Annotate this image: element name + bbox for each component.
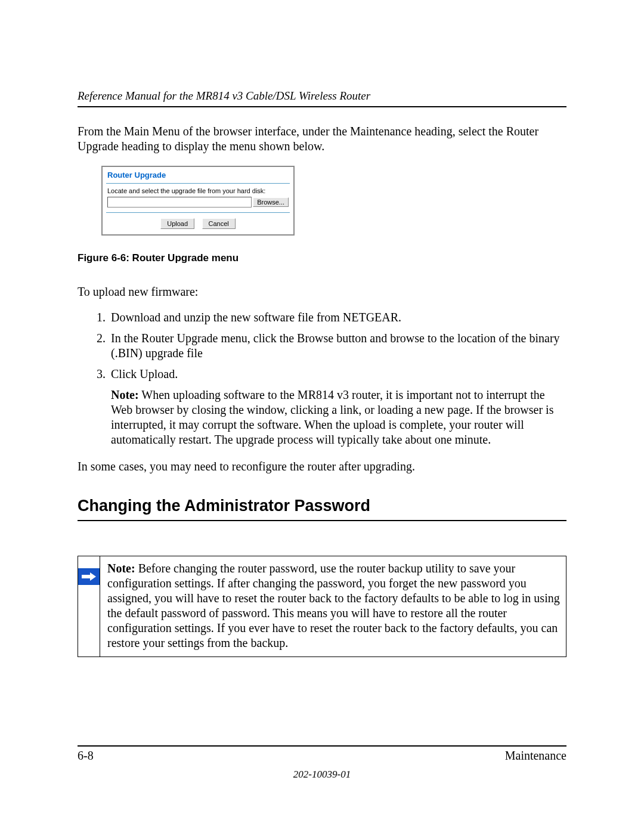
panel-title: Router Upgrade (103, 167, 293, 183)
browse-button[interactable]: Browse... (253, 197, 289, 207)
note-body: Before changing the router password, use… (107, 562, 560, 649)
note-text: Note: Before changing the router passwor… (100, 556, 566, 657)
upload-button[interactable]: Upload (160, 218, 194, 229)
file-row: Browse... (103, 197, 293, 212)
intro-paragraph: From the Main Menu of the browser interf… (78, 124, 566, 154)
file-path-input[interactable] (107, 197, 252, 208)
figure-screenshot: Router Upgrade Locate and select the upg… (101, 166, 566, 236)
footer-row: 6-8 Maintenance (78, 749, 566, 763)
cancel-button[interactable]: Cancel (202, 218, 236, 229)
step-text: In the Router Upgrade menu, click the Br… (111, 332, 560, 360)
page-footer: 6-8 Maintenance 202-10039-01 (78, 745, 566, 781)
file-select-label: Locate and select the upgrade file from … (103, 187, 293, 197)
button-row: Upload Cancel (103, 213, 293, 234)
router-upgrade-panel: Router Upgrade Locate and select the upg… (101, 166, 295, 236)
after-steps: In some cases, you may need to reconfigu… (78, 459, 566, 474)
note-body: When uploading software to the MR814 v3 … (111, 388, 553, 446)
divider (106, 183, 290, 184)
svg-marker-0 (82, 572, 96, 581)
section-heading: Changing the Administrator Password (78, 497, 566, 521)
page-number: 6-8 (78, 749, 94, 763)
footer-rule (78, 745, 566, 747)
running-header: Reference Manual for the MR814 v3 Cable/… (78, 89, 566, 107)
step-note: Note: When uploading software to the MR8… (111, 388, 566, 447)
figure-caption: Figure 6-6: Router Upgrade menu (78, 252, 566, 264)
note-lead: Note: (107, 562, 135, 575)
step-text: Download and unzip the new software file… (111, 311, 401, 324)
doc-number: 202-10039-01 (78, 769, 566, 781)
upload-intro: To upload new firmware: (78, 284, 566, 299)
step-2: In the Router Upgrade menu, click the Br… (109, 331, 566, 361)
note-box: Note: Before changing the router passwor… (78, 556, 566, 657)
arrow-right-icon (78, 568, 100, 585)
page: Reference Manual for the MR814 v3 Cable/… (0, 0, 644, 833)
step-3: Click Upload. Note: When uploading softw… (109, 367, 566, 447)
footer-section: Maintenance (505, 749, 566, 763)
step-text: Click Upload. (111, 367, 178, 380)
note-icon-cell (78, 556, 100, 657)
steps-list: Download and unzip the new software file… (78, 310, 566, 447)
note-lead: Note: (111, 388, 139, 401)
step-1: Download and unzip the new software file… (109, 310, 566, 325)
